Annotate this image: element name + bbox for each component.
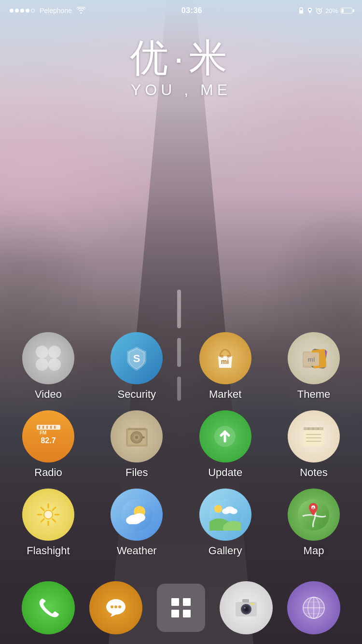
files-icon xyxy=(111,410,163,462)
radio-label: Radio xyxy=(34,466,62,479)
title-roman: YOU , ME xyxy=(0,81,362,99)
svg-text:mi: mi xyxy=(221,358,229,365)
app-market[interactable]: mi Market xyxy=(192,332,259,401)
svg-line-49 xyxy=(53,507,56,510)
svg-rect-0 xyxy=(299,10,303,14)
svg-rect-22 xyxy=(50,426,52,429)
svg-point-62 xyxy=(230,508,237,514)
dock xyxy=(0,572,362,644)
app-files[interactable]: Files xyxy=(103,410,170,479)
radio-icon: FM 82.7 xyxy=(22,410,74,462)
svg-rect-72 xyxy=(183,598,191,606)
signal-dot-4 xyxy=(26,9,29,13)
svg-rect-31 xyxy=(142,436,145,438)
svg-point-6 xyxy=(48,358,61,371)
dock-messages[interactable] xyxy=(89,581,142,634)
app-radio[interactable]: FM 82.7 Radio xyxy=(14,410,82,479)
wifi-icon xyxy=(77,7,85,15)
svg-point-70 xyxy=(118,605,121,608)
camera-icon xyxy=(232,593,261,622)
app-row-1: Video S Security xyxy=(14,332,348,401)
carrier-name: Pelephone xyxy=(40,7,72,14)
svg-rect-34 xyxy=(304,429,323,446)
dock-apps[interactable] xyxy=(157,584,205,632)
svg-text:S: S xyxy=(133,352,140,364)
svg-text:82.7: 82.7 xyxy=(41,436,56,445)
app-security[interactable]: S Security xyxy=(103,332,170,401)
theme-icon: mi xyxy=(288,332,340,384)
svg-rect-80 xyxy=(242,599,249,602)
status-bar: Pelephone 03:36 20% xyxy=(0,0,362,21)
svg-point-5 xyxy=(36,358,48,371)
app-theme[interactable]: mi Theme xyxy=(280,332,348,401)
battery-indicator xyxy=(341,8,352,14)
status-time: 03:36 xyxy=(181,6,202,15)
app-weather[interactable]: Weather xyxy=(103,489,170,557)
svg-point-69 xyxy=(114,605,117,608)
app-map[interactable]: A Map xyxy=(280,489,348,557)
svg-rect-18 xyxy=(37,425,60,430)
status-left: Pelephone xyxy=(10,7,85,15)
battery-percent: 20% xyxy=(325,7,338,14)
notes-label: Notes xyxy=(300,466,327,479)
theme-label: Theme xyxy=(297,388,330,401)
svg-rect-71 xyxy=(171,598,179,606)
messages-icon xyxy=(102,594,130,622)
road-line-1 xyxy=(177,290,181,328)
svg-point-1 xyxy=(309,9,310,11)
battery-fill xyxy=(342,9,344,13)
svg-point-4 xyxy=(48,346,61,358)
weather-label: Weather xyxy=(117,545,157,557)
lock-icon xyxy=(298,7,304,14)
svg-point-36 xyxy=(307,428,309,430)
app-video[interactable]: Video xyxy=(14,332,82,401)
svg-line-48 xyxy=(53,519,56,522)
svg-rect-19 xyxy=(39,426,40,429)
signal-dot-1 xyxy=(10,9,14,13)
security-label: Security xyxy=(118,388,156,401)
flashlight-icon xyxy=(22,489,74,541)
dock-phone[interactable] xyxy=(22,581,75,634)
svg-point-68 xyxy=(111,605,113,608)
dock-camera[interactable] xyxy=(220,581,273,634)
svg-rect-81 xyxy=(251,603,254,605)
svg-point-79 xyxy=(244,607,246,609)
video-icon xyxy=(22,332,74,384)
status-right: 20% xyxy=(298,7,352,14)
app-gallery[interactable]: Gallery xyxy=(192,489,259,557)
gallery-icon xyxy=(199,489,251,541)
files-label: Files xyxy=(125,466,148,479)
svg-point-61 xyxy=(222,508,230,514)
svg-point-30 xyxy=(135,436,138,439)
map-label: Map xyxy=(304,545,324,557)
phone-icon xyxy=(35,595,62,621)
app-notes[interactable]: Notes xyxy=(280,410,348,479)
svg-point-63 xyxy=(214,505,222,513)
svg-rect-21 xyxy=(46,426,48,429)
signal-dot-5 xyxy=(31,9,35,13)
app-row-3: Flashight xyxy=(14,489,348,557)
svg-rect-32 xyxy=(128,428,146,430)
svg-point-37 xyxy=(312,428,314,430)
alarm-icon xyxy=(316,7,322,14)
app-row-2: FM 82.7 Radio xyxy=(14,410,348,479)
update-icon xyxy=(199,410,251,462)
market-label: Market xyxy=(209,388,241,401)
svg-rect-23 xyxy=(54,426,56,429)
video-label: Video xyxy=(35,388,62,401)
svg-point-56 xyxy=(126,517,136,524)
location-icon xyxy=(307,7,313,14)
app-update[interactable]: Update xyxy=(192,410,259,479)
svg-text:FM: FM xyxy=(40,430,46,435)
browser-icon xyxy=(298,592,330,624)
map-icon: A xyxy=(288,489,340,541)
update-label: Update xyxy=(208,466,242,479)
svg-text:mi: mi xyxy=(308,356,315,363)
signal-dots xyxy=(10,9,35,13)
svg-rect-74 xyxy=(183,610,191,617)
signal-dot-3 xyxy=(20,9,24,13)
security-icon: S xyxy=(111,332,163,384)
app-flashlight[interactable]: Flashight xyxy=(14,489,82,557)
apps-icon xyxy=(164,591,198,625)
dock-browser[interactable] xyxy=(287,581,340,634)
